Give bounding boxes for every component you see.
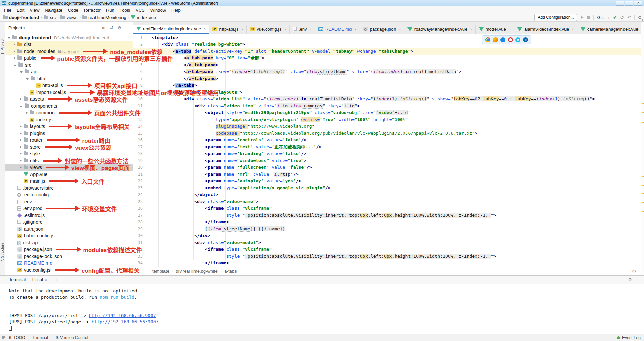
chrome-browser-icon[interactable] (485, 37, 490, 42)
tree-item-api[interactable]: api (5, 68, 133, 75)
tree-item-store[interactable]: storevuex公共资源 (5, 144, 133, 150)
tab-package.json[interactable]: {}package.json× (360, 25, 404, 34)
tab-vue.config.js[interactable]: JSvue.config.js× (247, 25, 290, 34)
edge-browser-icon[interactable]: e (523, 37, 528, 42)
new-terminal-icon[interactable]: + (53, 277, 59, 283)
breadcrumb-item-index.vue[interactable]: index.vue (131, 15, 156, 20)
tree-item-package-lock.json[interactable]: {}package-lock.json (5, 253, 133, 260)
menu-window[interactable]: Window (147, 7, 169, 13)
add-configuration-button[interactable]: Add Configuration... (534, 14, 577, 21)
tree-item-auth.json[interactable]: {}auth.json (5, 226, 133, 232)
tab-.env[interactable]: .env× (290, 25, 315, 34)
run-icon[interactable] (581, 16, 584, 19)
tree-item-views[interactable]: viewsview视图、pages页面 (5, 164, 133, 171)
tab-cameraManage-index.vue[interactable]: cameraManage\index.vue× (577, 25, 641, 34)
menu-navigate[interactable]: Navigate (42, 7, 65, 13)
tree-item-.env.prod[interactable]: .env.prod环境变量文件 (5, 205, 133, 212)
tree-item-.browserslistrc[interactable]: .browserslistrc (5, 185, 133, 191)
restore-layout-icon[interactable] (2, 336, 5, 339)
ie-browser-icon[interactable]: e (515, 37, 520, 42)
tree-item-duoji-frontend[interactable]: duoji-frontendD:\zheheWeb\duoji-frontend (5, 34, 133, 41)
terminal-link[interactable]: http://192.168.66.56:9007 (89, 313, 156, 318)
tree-item-public[interactable]: publicpublic资源文件夹，一般放引用的第三方插件 (5, 55, 133, 62)
breadcrumb-item-views[interactable]: views (60, 15, 78, 20)
minimize-button[interactable]: — (616, 1, 624, 6)
git-commit-icon[interactable]: ✔ (613, 15, 617, 20)
maximize-button[interactable]: □ (625, 1, 633, 6)
tool-window-project[interactable]: 1: Project (0, 39, 4, 54)
tree-item-.eslintrc.js[interactable]: .eslintrc.js (5, 212, 133, 219)
statusbar--todo[interactable]: 6: TODO (9, 335, 25, 340)
close-icon[interactable]: × (470, 27, 472, 31)
breadcrumb-item-duoji-frontend[interactable]: duoji-frontend (3, 15, 39, 20)
git-history-icon[interactable]: ↺ (620, 15, 624, 20)
hide-panel-icon[interactable]: — (126, 25, 130, 30)
menu-tools[interactable]: Tools (117, 7, 133, 13)
menu-help[interactable]: Help (169, 7, 183, 13)
close-icon[interactable]: × (354, 27, 356, 31)
error-stripe[interactable] (641, 22, 644, 275)
code-editor[interactable]: ee 1<template>2 <div class="realTime bg-… (133, 34, 641, 267)
debug-icon[interactable] (587, 16, 590, 19)
tree-item-vue.config.js[interactable]: JSvue.config.jsconfig配置、代理相关 (5, 267, 133, 273)
collapse-all-icon[interactable]: ⇵ (110, 25, 113, 30)
tree-item-package.json[interactable]: {}package.jsonmodules依赖描述文件 (5, 246, 133, 253)
editor-breadcrumb-item[interactable]: div.realTime.bg-white (176, 269, 218, 274)
statusbar-terminal[interactable]: Terminal (33, 335, 48, 340)
menu-code[interactable]: Code (65, 7, 81, 13)
safari-browser-icon[interactable] (500, 37, 505, 42)
breadcrumb-settings-gear-icon[interactable]: ⚙ (632, 269, 636, 274)
git-rollback-icon[interactable]: ↶ (627, 15, 631, 20)
project-view-selector[interactable]: Project▾ (8, 25, 25, 30)
close-icon[interactable]: × (45, 278, 47, 282)
statusbar--version-control[interactable]: 9: Version Control (56, 335, 88, 340)
tree-item-babel.config.js[interactable]: JSbabel.config.js (5, 232, 133, 239)
js-file-icon: JS (212, 27, 217, 31)
tree-item-src[interactable]: src (5, 62, 133, 68)
close-icon[interactable]: × (399, 27, 401, 31)
tab-roadwayManage-index.vue[interactable]: roadwayManage\index.vue× (404, 25, 476, 34)
close-icon[interactable]: × (572, 27, 574, 31)
code-text: <embed type="application/x-google-vlc-pl… (152, 185, 330, 190)
close-icon[interactable]: × (241, 27, 243, 31)
terminal-output[interactable]: Note that the development build is not o… (0, 284, 644, 331)
tree-item-.gitignore[interactable]: .gitignore (5, 219, 133, 226)
firefox-browser-icon[interactable] (493, 37, 498, 42)
close-icon[interactable]: × (509, 27, 511, 31)
search-icon[interactable] (638, 16, 641, 19)
tree-item-assets[interactable]: assetsassets静态资源文件 (5, 96, 133, 103)
tree-item-layouts[interactable]: layoutslayouts全局布局相关 (5, 123, 133, 130)
terminal-hide-icon[interactable]: — (636, 277, 641, 282)
tree-item-.editorconfig[interactable]: .editorconfig (5, 191, 133, 198)
editor-breadcrumb-item[interactable]: a-tabs (224, 269, 237, 274)
breadcrumb-item-src[interactable]: src (44, 15, 56, 20)
event-log-button[interactable]: Event Log (622, 335, 641, 340)
tab-model.vue[interactable]: model.vue× (476, 25, 514, 34)
tab-http-api.js[interactable]: JShttp-api.js× (209, 25, 247, 34)
menu-edit[interactable]: Edit (14, 7, 27, 13)
locate-file-icon[interactable]: ⊕ (102, 25, 106, 30)
tree-item-common[interactable]: common页面公共组件文件 (5, 109, 133, 116)
menu-view[interactable]: View (27, 7, 42, 13)
tree-item-main.js[interactable]: JSmain.js入口文件 (5, 178, 133, 185)
menu-run[interactable]: Run (103, 7, 117, 13)
close-button[interactable]: × (634, 1, 642, 6)
settings-gear-icon[interactable]: ⚙ (117, 25, 121, 30)
tab-README.md[interactable]: MDREADME.md× (315, 25, 360, 34)
menu-vcs[interactable]: VCS (133, 7, 147, 13)
editor-breadcrumb-item[interactable]: template (152, 269, 169, 274)
close-icon[interactable]: × (204, 27, 206, 31)
tab-alarmVideos-index.vue[interactable]: alarmVideos\index.vue× (514, 25, 577, 34)
terminal-settings-gear-icon[interactable]: ⚙ (628, 277, 632, 282)
menu-file[interactable]: File (1, 7, 14, 13)
terminal-tab-local[interactable]: Local× (30, 276, 49, 283)
opera-browser-icon[interactable] (508, 37, 513, 42)
tab-realTimeMonitoring-index.vue[interactable]: realTimeMonitoring\index.vue× (133, 25, 209, 34)
menu-refactor[interactable]: Refactor (81, 7, 103, 13)
close-icon[interactable]: × (284, 27, 286, 31)
git-update-icon[interactable]: ↓ (607, 15, 610, 20)
terminal-link[interactable]: http://192.168.66.56:9007 (92, 319, 159, 324)
close-icon[interactable]: × (310, 27, 312, 31)
breadcrumb-item-realTimeMonitoring[interactable]: realTimeMonitoring (82, 15, 126, 20)
tool-window-structure[interactable]: 7: Structure (0, 243, 4, 262)
